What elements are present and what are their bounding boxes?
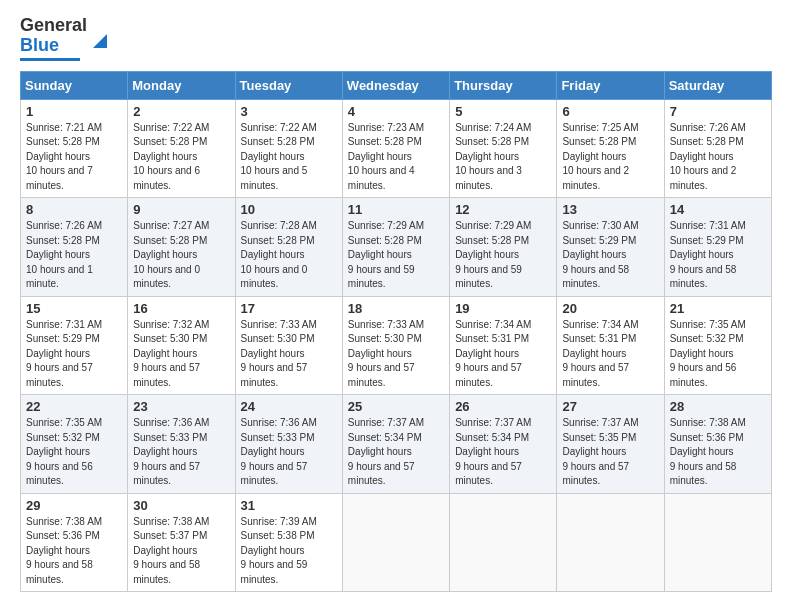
day-info: Sunrise: 7:34 AM Sunset: 5:31 PM Dayligh…	[562, 318, 658, 391]
sunset-label: Sunset: 5:38 PM	[241, 530, 315, 541]
daylight-hours: 10 hours and 4 minutes.	[348, 165, 415, 191]
sunrise-label: Sunrise: 7:38 AM	[133, 516, 209, 527]
daylight-label: Daylight hours	[670, 151, 734, 162]
daylight-hours: 9 hours and 56 minutes.	[26, 461, 93, 487]
day-number: 31	[241, 498, 337, 513]
daylight-label: Daylight hours	[26, 446, 90, 457]
sunrise-label: Sunrise: 7:39 AM	[241, 516, 317, 527]
calendar-week-2: 8 Sunrise: 7:26 AM Sunset: 5:28 PM Dayli…	[21, 198, 772, 297]
day-info: Sunrise: 7:28 AM Sunset: 5:28 PM Dayligh…	[241, 219, 337, 292]
sunset-label: Sunset: 5:28 PM	[455, 235, 529, 246]
sunrise-label: Sunrise: 7:31 AM	[670, 220, 746, 231]
calendar-cell: 29 Sunrise: 7:38 AM Sunset: 5:36 PM Dayl…	[21, 493, 128, 592]
day-number: 4	[348, 104, 444, 119]
daylight-hours: 10 hours and 0 minutes.	[241, 264, 308, 290]
calendar-cell: 17 Sunrise: 7:33 AM Sunset: 5:30 PM Dayl…	[235, 296, 342, 395]
calendar-header-friday: Friday	[557, 71, 664, 99]
calendar-cell: 5 Sunrise: 7:24 AM Sunset: 5:28 PM Dayli…	[450, 99, 557, 198]
day-number: 3	[241, 104, 337, 119]
daylight-hours: 9 hours and 59 minutes.	[241, 559, 308, 585]
day-info: Sunrise: 7:26 AM Sunset: 5:28 PM Dayligh…	[670, 121, 766, 194]
daylight-hours: 9 hours and 58 minutes.	[670, 461, 737, 487]
sunrise-label: Sunrise: 7:23 AM	[348, 122, 424, 133]
day-info: Sunrise: 7:33 AM Sunset: 5:30 PM Dayligh…	[348, 318, 444, 391]
day-number: 11	[348, 202, 444, 217]
day-number: 28	[670, 399, 766, 414]
daylight-label: Daylight hours	[348, 151, 412, 162]
day-number: 20	[562, 301, 658, 316]
sunset-label: Sunset: 5:28 PM	[133, 136, 207, 147]
sunrise-label: Sunrise: 7:29 AM	[455, 220, 531, 231]
day-number: 23	[133, 399, 229, 414]
sunset-label: Sunset: 5:31 PM	[562, 333, 636, 344]
sunset-label: Sunset: 5:28 PM	[241, 136, 315, 147]
daylight-hours: 10 hours and 7 minutes.	[26, 165, 93, 191]
calendar-week-1: 1 Sunrise: 7:21 AM Sunset: 5:28 PM Dayli…	[21, 99, 772, 198]
sunset-label: Sunset: 5:28 PM	[26, 136, 100, 147]
sunset-label: Sunset: 5:34 PM	[348, 432, 422, 443]
daylight-hours: 10 hours and 2 minutes.	[562, 165, 629, 191]
calendar-cell: 6 Sunrise: 7:25 AM Sunset: 5:28 PM Dayli…	[557, 99, 664, 198]
sunset-label: Sunset: 5:35 PM	[562, 432, 636, 443]
calendar-header-thursday: Thursday	[450, 71, 557, 99]
day-number: 10	[241, 202, 337, 217]
calendar-cell: 16 Sunrise: 7:32 AM Sunset: 5:30 PM Dayl…	[128, 296, 235, 395]
day-number: 27	[562, 399, 658, 414]
daylight-hours: 9 hours and 57 minutes.	[241, 461, 308, 487]
day-number: 1	[26, 104, 122, 119]
day-info: Sunrise: 7:39 AM Sunset: 5:38 PM Dayligh…	[241, 515, 337, 588]
day-number: 7	[670, 104, 766, 119]
sunrise-label: Sunrise: 7:27 AM	[133, 220, 209, 231]
sunrise-label: Sunrise: 7:33 AM	[241, 319, 317, 330]
day-info: Sunrise: 7:37 AM Sunset: 5:34 PM Dayligh…	[455, 416, 551, 489]
daylight-hours: 10 hours and 5 minutes.	[241, 165, 308, 191]
calendar-cell: 24 Sunrise: 7:36 AM Sunset: 5:33 PM Dayl…	[235, 395, 342, 494]
calendar-cell: 30 Sunrise: 7:38 AM Sunset: 5:37 PM Dayl…	[128, 493, 235, 592]
calendar-header-sunday: Sunday	[21, 71, 128, 99]
daylight-hours: 9 hours and 57 minutes.	[562, 362, 629, 388]
daylight-hours: 9 hours and 59 minutes.	[455, 264, 522, 290]
daylight-hours: 9 hours and 58 minutes.	[26, 559, 93, 585]
calendar-cell: 28 Sunrise: 7:38 AM Sunset: 5:36 PM Dayl…	[664, 395, 771, 494]
day-info: Sunrise: 7:36 AM Sunset: 5:33 PM Dayligh…	[133, 416, 229, 489]
daylight-label: Daylight hours	[241, 151, 305, 162]
day-number: 26	[455, 399, 551, 414]
calendar-cell: 8 Sunrise: 7:26 AM Sunset: 5:28 PM Dayli…	[21, 198, 128, 297]
calendar-cell: 3 Sunrise: 7:22 AM Sunset: 5:28 PM Dayli…	[235, 99, 342, 198]
daylight-label: Daylight hours	[348, 249, 412, 260]
calendar-cell: 14 Sunrise: 7:31 AM Sunset: 5:29 PM Dayl…	[664, 198, 771, 297]
day-info: Sunrise: 7:24 AM Sunset: 5:28 PM Dayligh…	[455, 121, 551, 194]
daylight-hours: 9 hours and 57 minutes.	[455, 362, 522, 388]
daylight-label: Daylight hours	[241, 249, 305, 260]
page-header: GeneralBlue	[20, 16, 772, 61]
daylight-hours: 9 hours and 57 minutes.	[348, 461, 415, 487]
sunrise-label: Sunrise: 7:35 AM	[26, 417, 102, 428]
sunrise-label: Sunrise: 7:35 AM	[670, 319, 746, 330]
calendar-cell: 31 Sunrise: 7:39 AM Sunset: 5:38 PM Dayl…	[235, 493, 342, 592]
daylight-label: Daylight hours	[26, 545, 90, 556]
daylight-label: Daylight hours	[26, 348, 90, 359]
sunrise-label: Sunrise: 7:26 AM	[26, 220, 102, 231]
day-number: 30	[133, 498, 229, 513]
calendar-header-saturday: Saturday	[664, 71, 771, 99]
daylight-hours: 10 hours and 1 minute.	[26, 264, 93, 290]
sunrise-label: Sunrise: 7:26 AM	[670, 122, 746, 133]
day-info: Sunrise: 7:31 AM Sunset: 5:29 PM Dayligh…	[670, 219, 766, 292]
daylight-hours: 9 hours and 58 minutes.	[133, 559, 200, 585]
day-info: Sunrise: 7:35 AM Sunset: 5:32 PM Dayligh…	[26, 416, 122, 489]
calendar-cell: 11 Sunrise: 7:29 AM Sunset: 5:28 PM Dayl…	[342, 198, 449, 297]
daylight-hours: 9 hours and 59 minutes.	[348, 264, 415, 290]
calendar-cell: 13 Sunrise: 7:30 AM Sunset: 5:29 PM Dayl…	[557, 198, 664, 297]
sunrise-label: Sunrise: 7:38 AM	[670, 417, 746, 428]
sunset-label: Sunset: 5:28 PM	[670, 136, 744, 147]
calendar-week-5: 29 Sunrise: 7:38 AM Sunset: 5:36 PM Dayl…	[21, 493, 772, 592]
daylight-label: Daylight hours	[26, 151, 90, 162]
calendar-cell: 22 Sunrise: 7:35 AM Sunset: 5:32 PM Dayl…	[21, 395, 128, 494]
calendar-cell: 2 Sunrise: 7:22 AM Sunset: 5:28 PM Dayli…	[128, 99, 235, 198]
day-info: Sunrise: 7:23 AM Sunset: 5:28 PM Dayligh…	[348, 121, 444, 194]
daylight-label: Daylight hours	[241, 446, 305, 457]
daylight-label: Daylight hours	[455, 348, 519, 359]
calendar-cell	[342, 493, 449, 592]
daylight-label: Daylight hours	[455, 151, 519, 162]
daylight-label: Daylight hours	[133, 348, 197, 359]
